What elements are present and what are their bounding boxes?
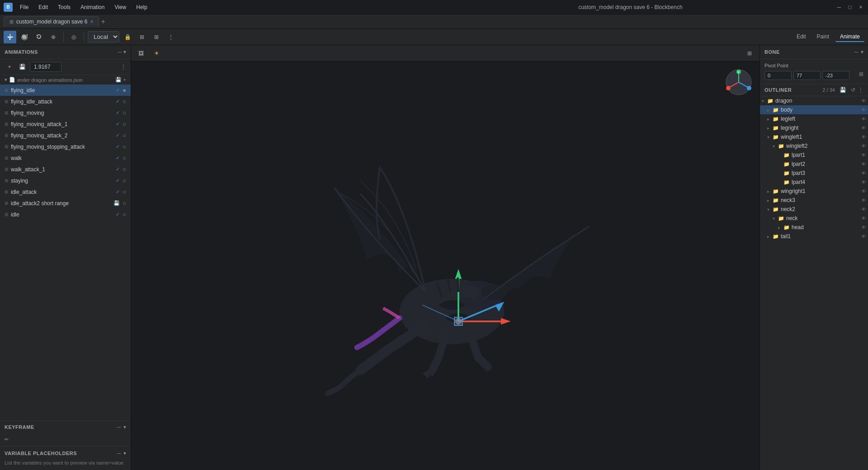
move-tool-button[interactable] <box>4 31 16 43</box>
outliner-item-wingleft2[interactable]: ▾ 📁 wingleft2 👁 <box>760 141 868 150</box>
anim-item-3[interactable]: ⊞ flying_moving_attack_1 ✓ ○ <box>0 118 131 130</box>
viewport-gizmo[interactable]: Y <box>725 69 752 96</box>
eye-button-dragon[interactable]: 👁 <box>861 98 866 103</box>
anim-item-1[interactable]: ⊞ flying_idle_attack ✓ ○ <box>0 96 131 107</box>
file-add-button[interactable]: + <box>123 77 126 83</box>
outliner-item-body[interactable]: ▸ 📁 body 👁 <box>760 105 868 114</box>
eye-button-lpart4[interactable]: 👁 <box>861 179 866 185</box>
variable-expand-button[interactable]: ▾ <box>123 450 126 456</box>
anim-circle-4[interactable]: ○ <box>123 132 126 139</box>
anim-check-3[interactable]: ✓ <box>116 121 120 127</box>
anim-item-8[interactable]: ⊞ staying ✓ ○ <box>0 175 131 186</box>
outliner-item-neck[interactable]: ▾ 📁 neck 👁 <box>760 214 868 223</box>
eye-button-neck[interactable]: 👁 <box>861 216 866 221</box>
anim-circle-7[interactable]: ○ <box>123 166 126 173</box>
viewport-grid-button[interactable]: ⊞ <box>743 47 756 60</box>
anim-circle-3[interactable]: ○ <box>123 121 126 127</box>
maximize-button[interactable]: □ <box>846 4 854 11</box>
undo-button[interactable] <box>33 31 45 43</box>
outliner-item-legright[interactable]: ▸ 📁 legright 👁 <box>760 123 868 132</box>
eye-button-head[interactable]: 👁 <box>861 225 866 230</box>
tab-paint[interactable]: Paint <box>812 32 834 42</box>
tab-edit[interactable]: Edit <box>792 32 811 42</box>
anim-item-10[interactable]: ⊞ idle_attack2 short range 💾 ○ <box>0 197 131 209</box>
anim-circle-2[interactable]: ○ <box>123 109 126 116</box>
eye-button-neck3[interactable]: 👁 <box>861 197 866 203</box>
anim-item-6[interactable]: ⊞ walk ✓ ○ <box>0 152 131 164</box>
outliner-item-lpart1[interactable]: 📁 lpart1 👁 <box>760 150 868 160</box>
tab-close-button[interactable]: × <box>90 19 93 25</box>
viewport-canvas[interactable]: Y <box>131 61 760 470</box>
eye-button-wingleft2[interactable]: 👁 <box>861 143 866 149</box>
keyframe-collapse-button[interactable]: ─ <box>117 424 121 430</box>
anim-save-10[interactable]: 💾 <box>113 200 120 206</box>
time-input[interactable]: 1.9167 <box>30 62 61 72</box>
animations-expand-button[interactable]: ▾ <box>123 49 126 55</box>
outliner-history-button[interactable]: ↺ <box>851 87 855 93</box>
anim-check-5[interactable]: ✓ <box>116 144 120 150</box>
anim-circle-8[interactable]: ○ <box>123 177 126 184</box>
file-save-button[interactable]: 💾 <box>115 77 122 83</box>
variable-collapse-button[interactable]: ─ <box>117 450 121 456</box>
keyframe-expand-button[interactable]: ▾ <box>123 424 126 430</box>
lock-button[interactable]: 🔒 <box>121 31 134 43</box>
bone-expand-button[interactable]: ▾ <box>861 49 863 55</box>
outliner-save-button[interactable]: 💾 <box>840 87 846 93</box>
anim-check-4[interactable]: ✓ <box>116 132 120 138</box>
animation-more-button[interactable]: ⋮ <box>121 64 126 70</box>
outliner-more-button[interactable]: ⋮ <box>858 87 863 93</box>
outliner-item-neck3[interactable]: ▸ 📁 neck3 👁 <box>760 196 868 205</box>
anim-item-11[interactable]: ⊞ idle ✓ ○ <box>0 209 131 220</box>
outliner-item-lpart4[interactable]: 📁 lpart4 👁 <box>760 178 868 187</box>
transform-mode-select[interactable]: Local <box>88 31 119 42</box>
animations-collapse-button[interactable]: ─ <box>118 49 122 55</box>
snap-button[interactable]: ⊞ <box>136 31 148 43</box>
add-animation-button[interactable]: + <box>5 62 14 72</box>
eye-button-lpart3[interactable]: 👁 <box>861 170 866 176</box>
anim-check-11[interactable]: ✓ <box>116 212 120 217</box>
anim-check-9[interactable]: ✓ <box>116 189 120 195</box>
origin-button[interactable]: ⊕ <box>47 31 60 43</box>
anim-circle-1[interactable]: ○ <box>123 98 126 105</box>
anim-circle-5[interactable]: ○ <box>123 143 126 150</box>
outliner-item-lpart2[interactable]: 📁 lpart2 👁 <box>760 160 868 169</box>
anim-circle-11[interactable]: ○ <box>123 211 126 218</box>
tab-animate[interactable]: Animate <box>835 32 864 42</box>
menu-view[interactable]: View <box>110 2 131 12</box>
eye-button-lpart2[interactable]: 👁 <box>861 161 866 167</box>
outliner-item-dragon[interactable]: ▾ 📁 dragon 👁 <box>760 96 868 105</box>
anim-check-6[interactable]: ✓ <box>116 155 120 161</box>
anim-circle-0[interactable]: ● <box>123 87 126 94</box>
menu-file[interactable]: File <box>15 2 33 12</box>
anim-circle-9[interactable]: ○ <box>123 188 126 195</box>
outliner-item-lpart3[interactable]: 📁 lpart3 👁 <box>760 169 868 178</box>
eye-button-legleft[interactable]: 👁 <box>861 116 866 122</box>
minimize-button[interactable]: ─ <box>835 4 843 11</box>
eye-button-wingright1[interactable]: 👁 <box>861 188 866 194</box>
menu-help[interactable]: Help <box>132 2 152 12</box>
anim-circle-6[interactable]: ○ <box>123 155 126 161</box>
eye-button-wingleft1[interactable]: 👁 <box>861 134 866 140</box>
eye-button-legright[interactable]: 👁 <box>861 125 866 131</box>
anim-item-2[interactable]: ⊞ flying_moving ✓ ○ <box>0 107 131 118</box>
anim-item-5[interactable]: ⊞ flying_moving_stopping_attack ✓ ○ <box>0 141 131 152</box>
viewport-lighting-button[interactable]: ☀ <box>150 47 163 60</box>
pivot-x-input[interactable]: 0 <box>764 71 792 80</box>
outliner-item-neck2[interactable]: ▾ 📁 neck2 👁 <box>760 205 868 214</box>
viewport-image-button[interactable]: 🖼 <box>135 47 147 60</box>
pivot-y-input[interactable]: 77 <box>793 71 821 80</box>
anim-item-0[interactable]: ⊞ flying_idle ✓ ● <box>0 85 131 96</box>
anim-item-9[interactable]: ⊞ idle_attack ✓ ○ <box>0 186 131 197</box>
menu-edit[interactable]: Edit <box>34 2 52 12</box>
menu-animation[interactable]: Animation <box>76 2 109 12</box>
grid-button[interactable]: ⊞ <box>150 31 163 43</box>
anim-item-7[interactable]: ⊞ walk_attack_1 ✓ ○ <box>0 164 131 175</box>
pivot-z-input[interactable]: -23 <box>822 71 849 80</box>
eye-button-neck2[interactable]: 👁 <box>861 207 866 212</box>
eye-button-tail1[interactable]: 👁 <box>861 234 866 239</box>
menu-tools[interactable]: Tools <box>53 2 75 12</box>
outliner-item-wingleft1[interactable]: ▾ 📁 wingleft1 👁 <box>760 132 868 141</box>
anim-item-4[interactable]: ⊞ flying_moving_attack_2 ✓ ○ <box>0 130 131 141</box>
active-tab[interactable]: ⊞ custom_model dragon save 6 × <box>4 16 99 27</box>
anim-check-8[interactable]: ✓ <box>116 178 120 183</box>
